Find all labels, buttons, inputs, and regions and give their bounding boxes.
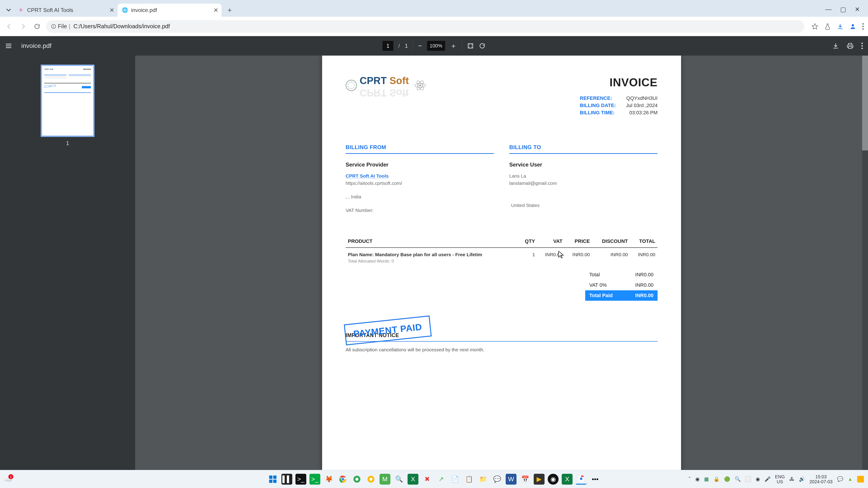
chrome-menu-button[interactable] [862,23,864,30]
totals-box: TotalINR0.00 VAT 0%INR0.00 Total PaidINR… [585,269,657,301]
pdf-toolbar: invoice.pdf 1 / 1 − 100% ＋ [0,36,868,56]
taskbar-app[interactable]: ▶ [534,474,545,485]
tray-app-icon[interactable] [857,476,864,483]
taskbar-center: ▌▌ >_ >_ 🦊 M 🔍 X ✖ ↗ 📄 📋 📁 💬 W 📅 ▶ [268,474,600,485]
scrollbar-thumb[interactable] [862,56,868,151]
taskbar-everything[interactable]: 🔍 [394,474,404,485]
item-qty: 1 [519,248,537,268]
taskbar-app[interactable]: ↗ [436,474,446,485]
reload-button[interactable] [32,22,42,31]
taskbar-app[interactable]: ✖ [422,474,432,485]
windows-taskbar: ☁️ 1 ▌▌ >_ >_ 🦊 M 🔍 X ✖ ↗ 📄 [0,470,868,488]
tabs-dropdown-button[interactable] [4,5,13,15]
taskbar-terminal[interactable]: >_ [296,474,306,485]
tray-copilot-icon[interactable]: 🟢 [724,476,730,482]
tray-volume-icon[interactable]: 🔊 [799,476,805,482]
pdf-page-1: CPRT Soft CPRT Soft INVOICE REFERENCE:QQ… [322,56,681,470]
vertical-scrollbar[interactable] [862,56,868,470]
kebab-icon [861,42,863,49]
bookmark-button[interactable] [811,23,818,30]
zoom-level[interactable]: 100% [427,41,445,51]
chrome-icon [367,475,375,483]
taskbar-chrome[interactable] [338,474,348,485]
taskbar-app[interactable]: 💬 [492,474,502,485]
totals-total-label: Total [589,272,600,278]
totals-paid-value: INR0.00 [635,293,653,298]
pdf-print-button[interactable] [847,42,854,49]
tab-title: invoice.pdf [131,7,157,13]
tab-title: CPRT Soft AI Tools [27,7,73,13]
tray-mic-icon[interactable]: 🎤 [765,476,771,482]
pdf-sidebar-toggle[interactable] [5,42,12,50]
taskbar-weather[interactable]: ☁️ 1 [4,475,12,483]
tray-notifications-icon[interactable]: 💬 [837,476,843,482]
svg-point-9 [862,45,863,46]
pdf-download-button[interactable] [832,42,839,49]
download-icon [837,23,844,30]
tray-chevron[interactable]: ˄ [688,476,691,482]
profile-button[interactable] [849,23,856,30]
pdf-more-button[interactable] [861,42,863,49]
svg-point-10 [862,48,863,49]
taskbar-excel2[interactable]: X [562,474,572,485]
zoom-in-button[interactable]: ＋ [450,41,457,51]
table-row: Plan Name: Mandatory Base plan for all u… [346,248,657,268]
reference-value: QQYxdNH3UI [621,95,657,101]
tray-steam-icon2[interactable]: ◉ [756,476,760,482]
taskbar-app[interactable]: M [379,474,391,485]
tray-app-icon[interactable]: 🔒 [713,476,719,482]
tray-network-icon[interactable]: 🖧 [789,476,794,482]
arrow-right-icon [20,23,26,30]
new-tab-button[interactable]: ＋ [224,4,235,15]
pdf-page-separator: / [398,43,400,49]
forward-button[interactable] [18,22,28,31]
address-bar[interactable]: File | C:/Users/Rahul/Downloads/invoice.… [46,20,804,33]
tray-blank-icon[interactable] [745,476,751,482]
taskbar-powershell[interactable]: >_ [309,474,320,485]
back-button[interactable] [4,22,14,31]
tray-app-icon[interactable]: ▲ [848,476,852,482]
taskbar-chrome-alt2[interactable] [366,474,376,485]
tab-cprt-soft[interactable]: ✳ CPRT Soft AI Tools ✕ [13,4,118,17]
billing-time-value: 03:03:26 PM [621,110,657,116]
tray-steam-icon[interactable]: ◉ [695,476,700,482]
totals-total-value: INR0.00 [635,272,653,278]
taskbar-app[interactable]: ▌▌ [281,474,292,485]
taskbar-excel[interactable]: X [408,474,418,485]
taskbar-app[interactable]: 📋 [464,474,474,485]
close-tab-icon[interactable]: ✕ [110,7,114,14]
tray-excel-icon[interactable]: ▦ [704,476,709,482]
brand-logo: CPRT Soft CPRT Soft [346,76,426,95]
taskbar-calendar[interactable]: 📅 [520,474,530,485]
taskbar-explorer[interactable]: 📁 [477,474,489,485]
close-tab-icon[interactable]: ✕ [213,7,218,14]
taskbar-word[interactable]: W [506,474,517,485]
taskbar-chrome-active[interactable] [576,474,587,485]
page-thumbnail-1[interactable]: CPRT Soft INVOICE PAID [41,65,94,137]
start-button[interactable] [268,474,278,485]
close-window-button[interactable]: ✕ [855,6,860,13]
maximize-button[interactable]: ▢ [840,6,846,13]
fit-page-button[interactable] [467,42,474,49]
tray-clock[interactable]: 15:03 2024-07-03 [809,474,833,484]
tray-search-icon[interactable]: 🔍 [735,476,741,482]
col-price: PRICE [565,235,592,248]
item-vat: INR0.00 [537,248,565,268]
taskbar-chrome-alt[interactable] [351,474,362,485]
taskbar-overflow[interactable]: ••• [590,474,600,485]
svg-rect-15 [269,475,272,479]
zoom-out-button[interactable]: − [418,42,422,50]
thumbnail-page-number: 1 [66,140,69,147]
pdf-canvas[interactable]: CPRT Soft CPRT Soft INVOICE REFERENCE:QQ… [135,56,868,470]
downloads-button[interactable] [837,23,844,30]
taskbar-steam[interactable]: ◉ [548,474,559,485]
minimize-button[interactable]: ― [825,6,832,13]
tray-language[interactable]: ENG US [775,474,785,484]
taskbar-app[interactable]: 🦊 [323,474,334,485]
pdf-page-input[interactable]: 1 [382,41,393,51]
tab-invoice-pdf[interactable]: 🌐 invoice.pdf ✕ [118,4,221,17]
labs-button[interactable] [824,23,831,30]
rotate-button[interactable] [479,42,486,49]
pdf-page-total: 1 [405,43,408,49]
taskbar-notepad[interactable]: 📄 [450,474,460,485]
